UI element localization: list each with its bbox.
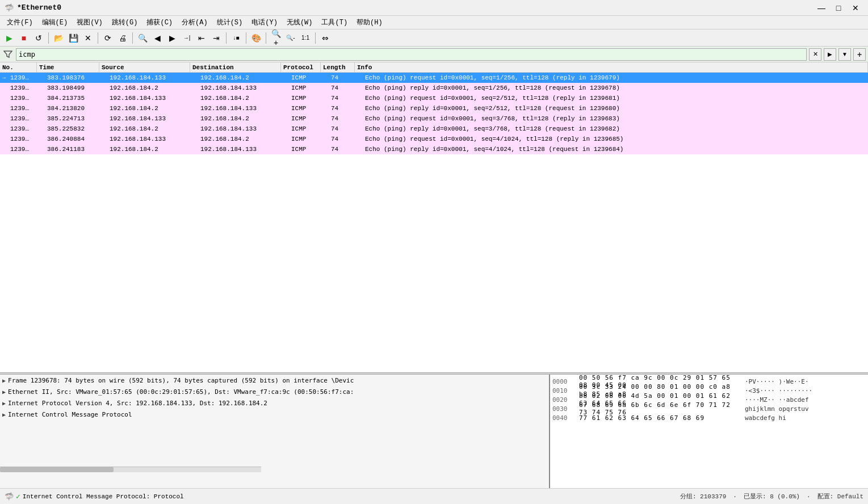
packet-cell: 385.224713 [45, 114, 107, 124]
packet-detail-pane: ▶Frame 1239678: 74 bytes on wire (592 bi… [0, 375, 550, 488]
zoom-normal-button[interactable]: 1:1 [299, 31, 312, 45]
packet-cell: Echo (ping) reply id=0x0001, seq=2/512, … [363, 103, 868, 114]
autoscroll-button[interactable]: ↓■ [229, 31, 243, 45]
packet-cell: 74 [329, 83, 363, 93]
menu-go[interactable]: 跳转(G) [107, 16, 142, 28]
reload-button[interactable]: ⟳ [101, 31, 115, 45]
table-row[interactable]: 1239…386.240884192.168.184.133192.168.18… [0, 134, 868, 144]
packet-cell: 192.168.184.133 [198, 124, 289, 134]
go-forward-button[interactable]: ▶ [165, 31, 179, 45]
detail-row-text: Frame 1239678: 74 bytes on wire (592 bit… [8, 377, 354, 384]
last-packet-button[interactable]: ⇥ [209, 31, 223, 45]
packet-cell: 192.168.184.133 [107, 93, 198, 103]
packet-cell: 74 [329, 134, 363, 144]
close-file-button[interactable]: ✕ [81, 31, 95, 45]
filter-add-button[interactable]: + [853, 48, 866, 61]
restart-capture-button[interactable]: ↺ [32, 31, 45, 45]
menu-wireless[interactable]: 无线(W) [282, 16, 317, 28]
packet-cell: 74 [329, 144, 363, 154]
menu-telephony[interactable]: 电话(Y) [247, 16, 282, 28]
menu-edit[interactable]: 编辑(E) [37, 16, 73, 28]
toolbar-sep-5 [246, 32, 246, 44]
table-row[interactable]: 1239…383.198499192.168.184.2192.168.184.… [0, 83, 868, 93]
titlebar-controls: — □ ✕ [814, 2, 863, 14]
packet-cell: ICMP [289, 73, 329, 83]
filter-input[interactable] [16, 48, 807, 61]
packet-cell: Echo (ping) reply id=0x0001, seq=1/256, … [363, 83, 868, 93]
detail-section-row[interactable]: ▶Internet Control Message Protocol [0, 409, 549, 420]
maximize-button[interactable]: □ [831, 2, 846, 14]
menu-help[interactable]: 帮助(H) [352, 16, 387, 28]
detail-section-row[interactable]: ▶Internet Protocol Version 4, Src: 192.1… [0, 397, 549, 409]
col-header-no[interactable]: No. [0, 62, 37, 72]
print-button[interactable]: 🖨 [116, 31, 129, 45]
table-row[interactable]: 1239…384.213820192.168.184.2192.168.184.… [0, 103, 868, 114]
packet-cell: 192.168.184.2 [107, 103, 198, 114]
first-packet-button[interactable]: ⇤ [195, 31, 208, 45]
packet-cell: 383.198376 [45, 73, 107, 83]
open-file-button[interactable]: 📂 [52, 31, 65, 45]
packet-cell: 192.168.184.133 [198, 103, 289, 114]
filter-arrow-right[interactable]: ▶ [824, 48, 836, 61]
save-file-button[interactable]: 💾 [66, 31, 80, 45]
packet-cell: 192.168.184.2 [198, 114, 289, 124]
status-text: Internet Control Message Protocol: Proto… [23, 493, 184, 500]
toolbar-sep-6 [266, 32, 266, 44]
packet-cell: ICMP [289, 144, 329, 154]
expand-arrow[interactable]: ▶ [2, 400, 6, 406]
menu-view[interactable]: 视图(V) [72, 16, 107, 28]
detail-section-row[interactable]: ▶Ethernet II, Src: VMware_01:57:65 (00:0… [0, 386, 549, 397]
table-row[interactable]: 1239…385.225832192.168.184.2192.168.184.… [0, 124, 868, 134]
expand-arrow[interactable]: ▶ [2, 411, 6, 418]
packet-cell: 192.168.184.2 [107, 144, 198, 154]
status-check-icon: ✓ [16, 492, 20, 501]
packet-cell: 386.240884 [45, 134, 107, 144]
go-back-button[interactable]: ◀ [150, 31, 164, 45]
packet-cell: 192.168.184.2 [198, 73, 289, 83]
status-profile: 配置: Default [817, 492, 863, 501]
packet-cell: 192.168.184.2 [198, 134, 289, 144]
colorize-button[interactable]: 🎨 [249, 31, 263, 45]
col-header-source[interactable]: Source [99, 62, 190, 72]
col-header-length[interactable]: Length [321, 62, 355, 72]
find-button[interactable]: 🔍 [136, 31, 149, 45]
resize-columns-button[interactable]: ⇔ [318, 31, 332, 45]
titlebar-left: 🦈 *Ethernet0 [5, 3, 61, 12]
detail-section-row[interactable]: ▶Frame 1239678: 74 bytes on wire (592 bi… [0, 375, 549, 386]
start-capture-button[interactable]: ▶ [2, 31, 16, 45]
menu-statistics[interactable]: 统计(S) [212, 16, 248, 28]
zoom-in-button[interactable]: 🔍+ [269, 31, 283, 45]
window-title: *Ethernet0 [17, 3, 61, 12]
zoom-out-button[interactable]: 🔍- [284, 31, 297, 45]
packet-cell: 74 [329, 73, 363, 83]
table-row[interactable]: 1239…385.224713192.168.184.133192.168.18… [0, 114, 868, 124]
col-header-protocol[interactable]: Protocol [281, 62, 321, 72]
expand-arrow[interactable]: ▶ [2, 377, 6, 384]
menubar: 文件(F) 编辑(E) 视图(V) 跳转(G) 捕获(C) 分析(A) 统计(S… [0, 16, 868, 30]
expand-arrow[interactable]: ▶ [2, 389, 6, 395]
toolbar: ▶ ■ ↺ 📂 💾 ✕ ⟳ 🖨 🔍 ◀ ▶ →| ⇤ ⇥ ↓■ 🎨 🔍+ 🔍- … [0, 30, 868, 47]
toolbar-sep-7 [315, 32, 316, 44]
lower-pane: ▶Frame 1239678: 74 bytes on wire (592 bi… [0, 375, 868, 488]
col-header-destination[interactable]: Destination [190, 62, 281, 72]
menu-tools[interactable]: 工具(T) [317, 16, 352, 28]
packet-cell: 1239… [8, 134, 45, 144]
filter-clear-button[interactable]: ✕ [809, 48, 821, 61]
menu-analyze[interactable]: 分析(A) [177, 16, 212, 28]
filter-bookmark[interactable]: ▼ [838, 48, 851, 61]
stop-capture-button[interactable]: ■ [17, 31, 31, 45]
packet-cell: 1239… [8, 103, 45, 114]
minimize-button[interactable]: — [814, 2, 829, 14]
toolbar-sep-4 [226, 32, 227, 44]
close-button[interactable]: ✕ [848, 2, 863, 14]
packet-cell: 192.168.184.2 [198, 93, 289, 103]
menu-file[interactable]: 文件(F) [2, 16, 37, 28]
detail-hscrollbar[interactable] [0, 467, 261, 472]
goto-button[interactable]: →| [180, 31, 194, 45]
table-row[interactable]: →1239…383.198376192.168.184.133192.168.1… [0, 73, 868, 83]
menu-capture[interactable]: 捕获(C) [142, 16, 177, 28]
col-header-time[interactable]: Time [37, 62, 99, 72]
col-header-info[interactable]: Info [355, 62, 868, 72]
table-row[interactable]: 1239…386.241183192.168.184.2192.168.184.… [0, 144, 868, 154]
table-row[interactable]: 1239…384.213735192.168.184.133192.168.18… [0, 93, 868, 103]
